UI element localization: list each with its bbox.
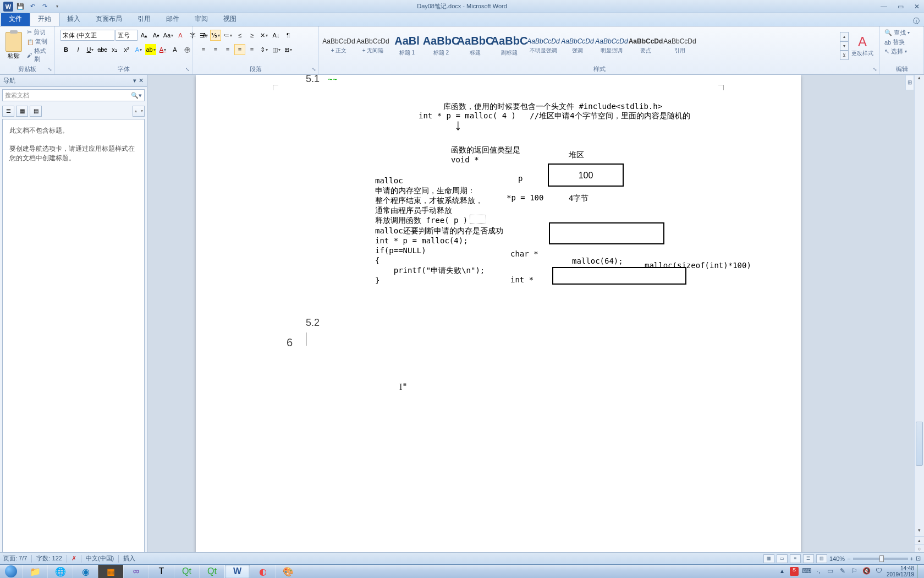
copy-button[interactable]: 复制 [27, 37, 51, 46]
qat-customize[interactable] [52, 2, 62, 12]
undo-button[interactable]: ↶ [28, 2, 37, 12]
replace-button[interactable]: ab替换 [884, 38, 905, 46]
minimize-button[interactable]: — [879, 3, 889, 10]
nav-tab-pages[interactable]: ▦ [16, 106, 28, 117]
status-page[interactable]: 页面: 7/7 [3, 554, 27, 563]
superscript-button[interactable]: x² [121, 44, 132, 55]
nav-prev[interactable]: ▴ [133, 106, 138, 116]
vertical-scrollbar[interactable]: ▴ ▾ ▴ ○ ▾ [914, 75, 924, 563]
nav-close-button[interactable]: ✕ [139, 77, 144, 84]
shading-button[interactable]: ◫ [271, 44, 282, 55]
select-button[interactable]: ↖选择▾ [884, 47, 907, 56]
prev-page-button[interactable]: ▴ [915, 536, 924, 544]
document-area[interactable]: ⊞ 5.1 ~~ 库函数，使用的时候要包含一个头文件 #include<stdl… [147, 75, 924, 563]
save-button[interactable]: 💾 [15, 2, 25, 12]
character-shading-button[interactable]: A [169, 44, 180, 55]
zoom-out-button[interactable]: − [847, 555, 850, 562]
style-item[interactable]: AaBl标题 1 [391, 31, 424, 61]
taskbar-qt2[interactable]: Qt [199, 565, 224, 579]
tab-references[interactable]: 引用 [130, 12, 158, 26]
italic-button[interactable]: I [73, 44, 84, 55]
clipboard-launcher[interactable]: ⤡ [47, 67, 53, 73]
distribute-button[interactable]: ≡ [246, 44, 257, 55]
multilevel-list-button[interactable]: ≔ [222, 30, 233, 41]
draft-view[interactable]: ▤ [816, 554, 827, 563]
tray-input-icon[interactable]: ▭ [826, 567, 835, 576]
tab-page-layout[interactable]: 页面布局 [88, 12, 130, 26]
nav-dropdown[interactable]: ▾ [133, 77, 136, 84]
paragraph-launcher[interactable]: ⤡ [311, 67, 317, 73]
tray-up-icon[interactable]: ▴ [778, 567, 787, 576]
font-launcher[interactable]: ⤡ [184, 67, 191, 73]
styles-launcher[interactable]: ⤡ [872, 67, 878, 73]
style-item[interactable]: AaBbC标题 [459, 31, 492, 61]
start-button[interactable] [0, 565, 22, 579]
redo-button[interactable]: ↷ [40, 2, 50, 12]
taskbar-sublime[interactable]: ▦ [98, 565, 123, 579]
status-words[interactable]: 字数: 122 [36, 554, 62, 563]
grow-font-button[interactable]: A▴ [139, 30, 150, 41]
tab-file[interactable]: 文件 [1, 12, 30, 26]
format-painter-button[interactable]: 格式刷 [27, 47, 51, 63]
taskbar-paint[interactable]: 🎨 [275, 565, 300, 579]
scroll-down-arrow[interactable]: ▾ [915, 527, 924, 536]
taskbar-qt1[interactable]: Qt [174, 565, 199, 579]
zoom-in-button[interactable]: + [910, 555, 914, 562]
taskbar-app1[interactable]: ◉ [73, 565, 98, 579]
tray-clock[interactable]: 14:48 2019/12/19 [887, 565, 914, 577]
justify-button[interactable]: ≡ [234, 44, 245, 55]
status-insert-mode[interactable]: 插入 [123, 554, 135, 563]
find-button[interactable]: 🔍查找▾ [884, 29, 910, 37]
maximize-button[interactable]: ▭ [895, 3, 905, 10]
document-page[interactable]: 5.1 ~~ 库函数，使用的时候要包含一个头文件 #include<stdlib… [196, 75, 801, 563]
taskbar-explorer[interactable]: 📁 [22, 565, 47, 579]
tray-volume-icon[interactable]: 🛡 [875, 567, 883, 576]
decrease-indent-button[interactable]: ≤ [234, 30, 245, 41]
nav-tab-results[interactable]: ▤ [30, 106, 42, 117]
show-desktop-button[interactable] [917, 565, 922, 579]
numbering-button[interactable]: ⅓ [210, 30, 221, 41]
subscript-button[interactable]: x₂ [109, 44, 120, 55]
tray-ime-icon[interactable]: S [790, 567, 799, 576]
taskbar-visualstudio[interactable]: ∞ [123, 565, 148, 579]
bullets-button[interactable]: ☰ [198, 30, 209, 41]
tab-home[interactable]: 开始 [30, 12, 59, 26]
shrink-font-button[interactable]: A▾ [151, 30, 162, 41]
align-center-button[interactable]: ≡ [210, 44, 221, 55]
tray-network-icon[interactable]: 🔇 [862, 567, 871, 576]
nav-search-input[interactable]: 搜索文档 🔍▾ [2, 89, 145, 101]
zoom-slider[interactable] [853, 558, 908, 560]
clear-formatting-button[interactable]: A [175, 30, 186, 41]
underline-button[interactable]: U [85, 44, 96, 55]
tab-mailings[interactable]: 邮件 [158, 12, 187, 26]
strikethrough-button[interactable]: abc [97, 44, 108, 55]
tab-insert[interactable]: 插入 [59, 12, 88, 26]
taskbar-chrome[interactable]: 🌐 [47, 565, 73, 579]
increase-indent-button[interactable]: ≥ [246, 30, 257, 41]
web-layout-view[interactable]: ≡ [790, 554, 801, 563]
sort-button[interactable]: A↓ [271, 30, 282, 41]
font-size-select[interactable]: 五号 [116, 30, 138, 41]
style-item[interactable]: AaBbCcDd要点 [629, 31, 662, 61]
styles-scroll[interactable]: ▴▾⊻ [840, 32, 849, 60]
fullscreen-reading-view[interactable]: ▭ [777, 554, 788, 563]
status-proofing-icon[interactable]: ✗ [72, 555, 76, 562]
style-item[interactable]: AaBbCcDd明显强调 [595, 31, 628, 61]
enclose-characters-button[interactable]: ㊥ [182, 44, 193, 55]
close-button[interactable]: ✕ [912, 3, 922, 10]
tab-review[interactable]: 审阅 [187, 12, 216, 26]
change-case-button[interactable]: Aa [163, 30, 174, 41]
font-family-select[interactable]: 宋体 (中文正 [61, 30, 114, 41]
zoom-fit-button[interactable]: ⊡ [916, 555, 921, 562]
align-left-button[interactable]: ≡ [198, 44, 209, 55]
bold-button[interactable]: B [61, 44, 72, 55]
nav-tab-headings[interactable]: ☰ [2, 106, 14, 117]
font-color-button[interactable]: A [157, 44, 168, 55]
cut-button[interactable]: 剪切 [27, 28, 51, 36]
change-styles-button[interactable]: A 更改样式 [849, 34, 876, 57]
tray-flag-icon[interactable]: ⚐ [850, 567, 859, 576]
highlight-button[interactable]: ab [145, 44, 156, 55]
style-item[interactable]: AaBbC标题 2 [425, 31, 458, 61]
scroll-up-arrow[interactable]: ▴ [915, 75, 924, 84]
paste-button[interactable]: 粘贴 [3, 32, 25, 60]
